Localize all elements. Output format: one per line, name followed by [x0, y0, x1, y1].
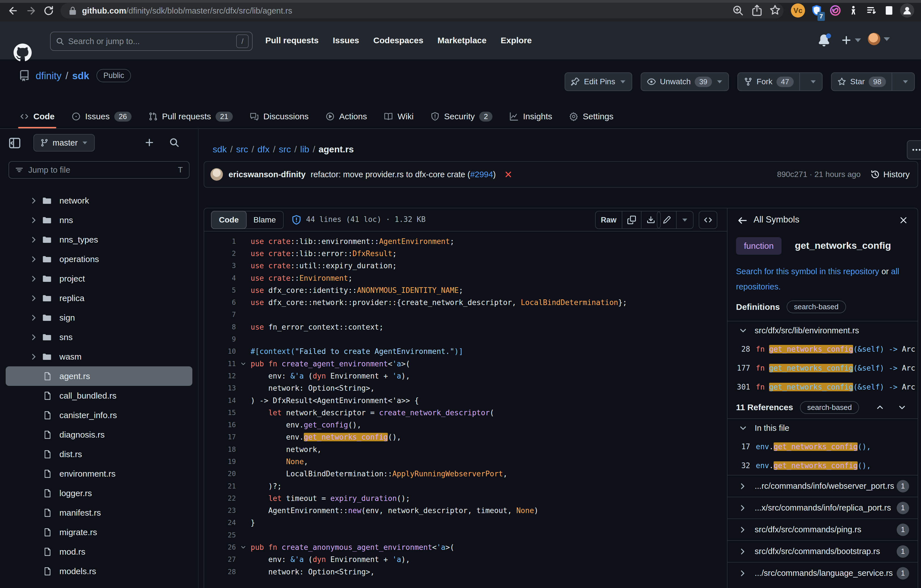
chevron-right-icon[interactable] [29, 236, 38, 244]
browser-back-icon[interactable] [7, 5, 19, 16]
code-line-2[interactable]: 2use crate::lib::error::DfxResult; [204, 247, 727, 260]
tab-actions[interactable]: Actions [321, 105, 372, 128]
chevron-right-icon[interactable] [29, 313, 38, 322]
user-avatar[interactable] [868, 33, 890, 45]
tree-file-canister_info.rs[interactable]: canister_info.rs [0, 405, 198, 425]
line-number[interactable]: 27 [204, 556, 236, 564]
code-line-9[interactable]: 9 [204, 333, 727, 345]
code-line-13[interactable]: 13 network: Option<String>, [204, 382, 727, 394]
blame-view-toggle[interactable]: Blame [246, 211, 283, 228]
line-number[interactable]: 25 [204, 531, 236, 539]
code-line-27[interactable]: 27 env: &'a (dyn Environment + 'a), [204, 554, 727, 566]
copy-file-icon[interactable] [622, 211, 641, 228]
code-line-5[interactable]: 5use dfx_core::identity::ANONYMOUS_IDENT… [204, 284, 727, 296]
line-number[interactable]: 12 [204, 372, 236, 380]
definition-row-line-301[interactable]: 301fn get_networks_config(&self) -> Arc [727, 377, 918, 396]
tree-file-mod.rs[interactable]: mod.rs [0, 542, 198, 561]
line-number[interactable]: 14 [204, 396, 236, 404]
code-line-3[interactable]: 3use crate::util::expiry_duration; [204, 260, 727, 272]
code-line-21[interactable]: 21 )?; [204, 480, 727, 492]
extension-figure-icon[interactable] [846, 3, 861, 18]
commit-author-name[interactable]: ericswanson-dfinity [229, 170, 306, 179]
browser-profile-avatar[interactable] [900, 3, 914, 18]
dropdown-caret[interactable] [800, 73, 822, 91]
definition-file-header[interactable]: src/dfx/src/lib/environment.rs [727, 322, 918, 339]
tree-file-environment.rs[interactable]: environment.rs [0, 464, 198, 483]
code-line-28[interactable]: 28 network: Option<String>, [204, 566, 727, 578]
notifications-bell-icon[interactable] [818, 34, 830, 46]
breadcrumb-link-lib[interactable]: lib [300, 144, 309, 154]
line-number[interactable]: 7 [204, 311, 236, 318]
tree-folder-nns_types[interactable]: nns_types [0, 230, 198, 249]
create-new-button[interactable] [841, 34, 861, 46]
reference-file-srcdfxsrccommandsbootstraprs[interactable]: src/dfx/src/commands/bootstrap.rs1 [727, 540, 918, 562]
extension-vc-icon[interactable]: Vc [791, 3, 805, 18]
tree-folder-wasm[interactable]: wasm [0, 347, 198, 366]
tab-wiki[interactable]: Wiki [379, 105, 419, 128]
code-line-24[interactable]: 24} [204, 517, 727, 529]
line-number[interactable]: 17 [204, 433, 236, 441]
code-line-26[interactable]: 26pub fn create_anonymous_agent_environm… [204, 541, 727, 553]
line-number[interactable]: 20 [204, 470, 236, 478]
zoom-page-icon[interactable] [731, 4, 745, 17]
chevron-right-icon[interactable] [29, 255, 38, 263]
tab-insights[interactable]: Insights [504, 105, 557, 128]
tab-discussions[interactable]: Discussions [245, 105, 314, 128]
line-number[interactable]: 16 [204, 421, 236, 429]
chevron-right-icon[interactable] [29, 352, 38, 361]
tree-file-manifest.rs[interactable]: manifest.rs [0, 503, 198, 522]
code-line-25[interactable]: 25 [204, 529, 727, 541]
tree-file-models.rs[interactable]: models.rs [0, 561, 198, 581]
fold-chevron-icon[interactable] [236, 361, 251, 367]
repo-action-fork[interactable]: Fork47 [737, 72, 823, 91]
tab-issues[interactable]: Issues26 [67, 105, 137, 128]
tab-pull-requests[interactable]: Pull requests21 [143, 105, 238, 128]
line-number[interactable]: 3 [204, 262, 236, 270]
line-number[interactable]: 28 [204, 568, 236, 576]
code-line-10[interactable]: 10#[context("Failed to create AgentEnvir… [204, 346, 727, 357]
add-file-icon[interactable] [144, 137, 155, 148]
prev-reference-icon[interactable] [876, 403, 884, 412]
line-number[interactable]: 4 [204, 274, 236, 282]
github-search-input[interactable]: Search or jump to... / [50, 32, 252, 51]
browser-reload-icon[interactable] [43, 5, 54, 16]
tree-file-logger.rs[interactable]: logger.rs [0, 483, 198, 503]
history-link[interactable]: History [871, 170, 910, 179]
definition-row-line-177[interactable]: 177fn get_networks_config(&self) -> Arc [727, 359, 918, 377]
tree-search-icon[interactable] [169, 137, 180, 148]
nav-link-pull-requests[interactable]: Pull requests [265, 36, 319, 45]
edit-dropdown-caret[interactable] [677, 211, 693, 228]
symbols-back-icon[interactable] [737, 215, 748, 226]
bookmark-star-icon[interactable] [769, 4, 782, 17]
tree-folder-nns[interactable]: nns [0, 210, 198, 230]
line-number[interactable]: 19 [204, 458, 236, 466]
tab-security[interactable]: Security2 [425, 105, 498, 128]
code-line-14[interactable]: 14) -> DfxResult<AgentEnvironment<'a>> { [204, 394, 727, 406]
tab-settings[interactable]: Settings [564, 105, 618, 128]
line-number[interactable]: 5 [204, 286, 236, 294]
line-number[interactable]: 23 [204, 507, 236, 515]
browser-forward-icon[interactable] [26, 5, 37, 16]
line-number[interactable]: 1 [204, 237, 236, 245]
breadcrumb-link-src[interactable]: src [279, 144, 291, 154]
extension-panel-icon[interactable] [882, 3, 896, 18]
dropdown-caret[interactable] [892, 73, 914, 91]
symbols-toggle-button[interactable] [699, 211, 718, 229]
code-line-17[interactable]: 17 env.get_networks_config(), [204, 431, 727, 443]
tree-folder-sign[interactable]: sign [0, 308, 198, 327]
code-line-20[interactable]: 20 LocalBindDetermination::ApplyRunningW… [204, 468, 727, 480]
breadcrumb-link-src[interactable]: src [236, 144, 248, 154]
reference-row-line-32[interactable]: 32env.get_networks_config(), [727, 456, 918, 475]
line-number[interactable]: 22 [204, 494, 236, 502]
chevron-right-icon[interactable] [29, 216, 38, 224]
code-line-1[interactable]: 1use crate::lib::environment::AgentEnvir… [204, 235, 727, 247]
repo-name-link[interactable]: sdk [72, 70, 89, 81]
reference-file-xsrccommandsinforeplica_portrs[interactable]: ...x/src/commands/info/replica_port.rs1 [727, 497, 918, 518]
chevron-right-icon[interactable] [29, 294, 38, 302]
line-number[interactable]: 15 [204, 409, 236, 417]
nav-link-codespaces[interactable]: Codespaces [373, 36, 423, 45]
symbol-search-link[interactable]: Search for this symbol in this repositor… [736, 267, 879, 276]
line-number[interactable]: 10 [204, 348, 236, 355]
tree-file-call_bundled.rs[interactable]: call_bundled.rs [0, 386, 198, 405]
chevron-right-icon[interactable] [29, 197, 38, 205]
